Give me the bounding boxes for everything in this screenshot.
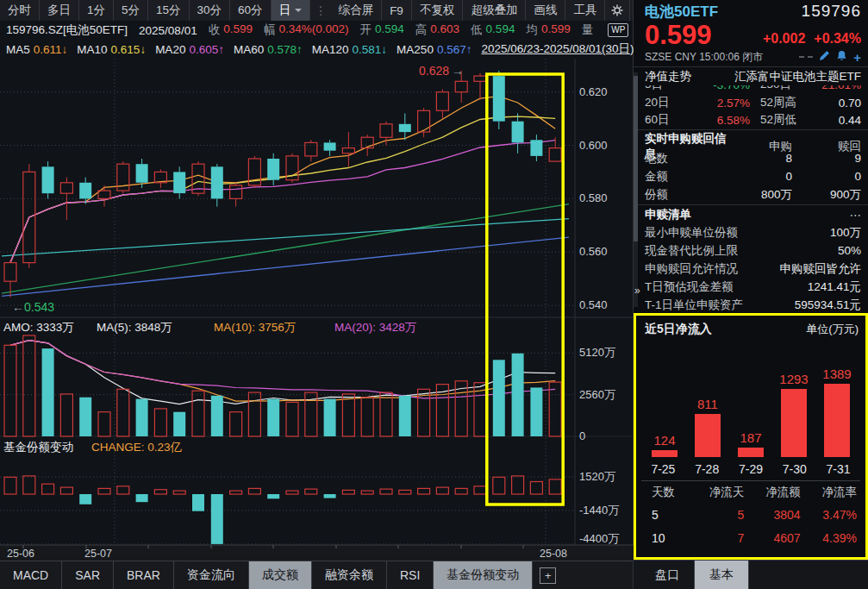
svg-text:MA(20): 3428万: MA(20): 3428万 xyxy=(334,321,416,334)
toolbar-button[interactable]: F9 xyxy=(382,0,412,21)
more-periods-icon[interactable]: ⋮ xyxy=(310,0,331,21)
subscribe-value: 0 xyxy=(727,170,792,183)
indicator-tab[interactable]: MACD xyxy=(0,561,62,589)
indicator-tab[interactable]: 融资余额 xyxy=(312,561,387,589)
panel-scrollbar[interactable] xyxy=(634,72,638,307)
nav-period-label: 60日 xyxy=(645,112,688,128)
redeem-value: 900万 xyxy=(792,187,861,203)
col-header: 天数 xyxy=(641,485,691,500)
indicator-tab[interactable]: BRAR xyxy=(114,561,174,589)
toolbar-button-label: 不复权 xyxy=(420,3,455,18)
toolbar-button[interactable]: 超级叠加 xyxy=(463,0,526,21)
netflow-bar xyxy=(652,450,678,457)
edit-icon[interactable] xyxy=(819,50,830,64)
col-header: 净流额 xyxy=(747,485,803,500)
gear-icon[interactable] xyxy=(605,0,630,21)
period-tab[interactable]: 分时 xyxy=(0,0,40,21)
ma-value: 0.581↓ xyxy=(353,43,388,56)
realtime-data-row: 笔数 8 9 xyxy=(645,149,861,167)
ma-label: MA5 xyxy=(6,43,30,56)
netflow-bar xyxy=(824,384,850,457)
quote-field-label: 低 xyxy=(471,22,483,38)
indicator-tab[interactable]: 资金流向 xyxy=(174,561,249,589)
period-tab-label: 15分 xyxy=(156,3,181,18)
realtime-row-label: 笔数 xyxy=(645,151,727,166)
svg-text:5120万: 5120万 xyxy=(579,346,615,359)
svg-text:2560万: 2560万 xyxy=(579,388,615,401)
panel-tab-label: 基本 xyxy=(709,567,734,583)
nav-stats-row: 20日 2.57% 52周高 0.70 xyxy=(645,94,861,111)
redemption-row: 最小申赎单位份额 100万 xyxy=(645,223,861,241)
period-tab[interactable]: 15分 xyxy=(148,0,190,21)
collapse-arrow[interactable]: » xyxy=(634,285,640,297)
add-watchlist-icon[interactable]: + xyxy=(853,50,861,65)
date-range-selector[interactable]: 2025/06/23-2025/08/01(30日) xyxy=(481,41,634,57)
netflow-amount-cell: 3804 xyxy=(747,508,803,522)
realtime-row-label: 份额 xyxy=(645,187,727,203)
scrollbar-thumb[interactable] xyxy=(634,76,638,241)
netflow-panel: 近5日净流入 单位(万元) 12481118712931389 7-257-28… xyxy=(634,313,868,560)
toolbar-button[interactable]: 工具 xyxy=(565,0,605,21)
svg-text:25-06: 25-06 xyxy=(7,548,34,560)
alert-bell-icon[interactable] xyxy=(836,50,847,64)
period-tab-label: 多日 xyxy=(47,3,71,18)
indicator-tab[interactable]: RSI xyxy=(387,561,434,589)
quote-field-label: 幅 xyxy=(264,22,276,38)
ma-label: MA60 xyxy=(234,43,264,56)
period-tab[interactable]: 5分 xyxy=(114,0,148,21)
netflow-bar-group: 1389 xyxy=(816,367,859,457)
ma-label: MA120 xyxy=(312,43,349,56)
netflow-bar xyxy=(738,448,764,457)
indicator-tab-label: 基金份额变动 xyxy=(446,567,519,583)
quote-field-value: 0.594 xyxy=(375,22,404,38)
svg-text:MA(5): 3848万: MA(5): 3848万 xyxy=(97,321,172,334)
period-tab[interactable]: 30分 xyxy=(190,0,231,21)
toolbar-button[interactable]: 画线 xyxy=(526,0,565,21)
svg-text:0.543: 0.543 xyxy=(24,300,54,314)
period-tab[interactable]: 60分 xyxy=(230,0,272,21)
svg-text:0.620: 0.620 xyxy=(579,85,608,98)
toolbar-button[interactable]: 不复权 xyxy=(412,0,464,21)
price-change: +0.002 xyxy=(763,31,805,47)
toolbar-button[interactable]: 综合屏 xyxy=(331,0,383,21)
market-status: SZSE CNY 15:00:06 闭市 xyxy=(645,50,763,65)
period-toolbar: 分时多日1分5分15分30分60分日 ⋮ 综合屏F9不复权超级叠加画线工具 ? … xyxy=(0,0,633,21)
quote-field-label: 量 xyxy=(582,22,594,38)
svg-text:0: 0 xyxy=(579,429,585,442)
panel-tab[interactable]: 盘口 xyxy=(640,561,695,589)
quote-field: 高0.603 xyxy=(415,22,459,38)
period-tab[interactable]: 1分 xyxy=(79,0,114,21)
netflow-rate-cell: 3.47% xyxy=(804,508,860,522)
svg-text:0.628: 0.628 xyxy=(419,64,449,78)
indicator-tabbar: MACDSARBRAR资金流向成交额融资余额RSI基金份额变动 + xyxy=(0,561,633,589)
period-tab[interactable]: 多日 xyxy=(40,0,79,21)
svg-text:-4400万: -4400万 xyxy=(579,532,619,545)
netflow-bar-group: 187 xyxy=(730,430,772,457)
app-window: 分时多日1分5分15分30分60分日 ⋮ 综合屏F9不复权超级叠加画线工具 ? … xyxy=(0,0,868,589)
ma-label: MA250 xyxy=(397,43,434,56)
netflow-bar-value: 811 xyxy=(697,397,718,411)
panel-tab[interactable]: 基本 xyxy=(695,561,749,589)
period-tab[interactable]: 日 xyxy=(272,0,311,21)
redemption-row-label: T日预估现金差额 xyxy=(645,279,734,295)
svg-text:0.600: 0.600 xyxy=(579,139,608,152)
svg-text:0.560: 0.560 xyxy=(579,245,608,258)
add-indicator-button[interactable]: + xyxy=(533,561,563,589)
period-tab-label: 60分 xyxy=(238,3,263,18)
more-icon[interactable]: ⋯ xyxy=(850,208,862,222)
ma-indicator: MA2500.567↑ xyxy=(397,43,471,56)
indicator-tab[interactable]: SAR xyxy=(62,561,114,589)
netflow-days-cell: 5 xyxy=(691,508,747,522)
netflow-date-axis: 7-257-287-297-307-31 xyxy=(641,457,860,481)
redemption-row-value: 595934.51元 xyxy=(795,298,861,313)
quote-field-value: 0.603 xyxy=(430,22,459,38)
wp-badge[interactable]: WP xyxy=(608,23,628,37)
nav-period-value: 6.58% xyxy=(688,114,750,127)
indicator-tab[interactable]: 成交额 xyxy=(249,561,312,589)
nav-period-label: 250日 xyxy=(750,85,817,92)
netflow-bar xyxy=(695,414,721,457)
period-tab-label: 30分 xyxy=(197,3,222,18)
kline-chart-canvas[interactable]: 0.6200.6000.5800.5600.5400.628→←0.543512… xyxy=(0,59,634,561)
indicator-tab[interactable]: 基金份额变动 xyxy=(434,561,533,589)
margin-badge xyxy=(808,56,813,58)
